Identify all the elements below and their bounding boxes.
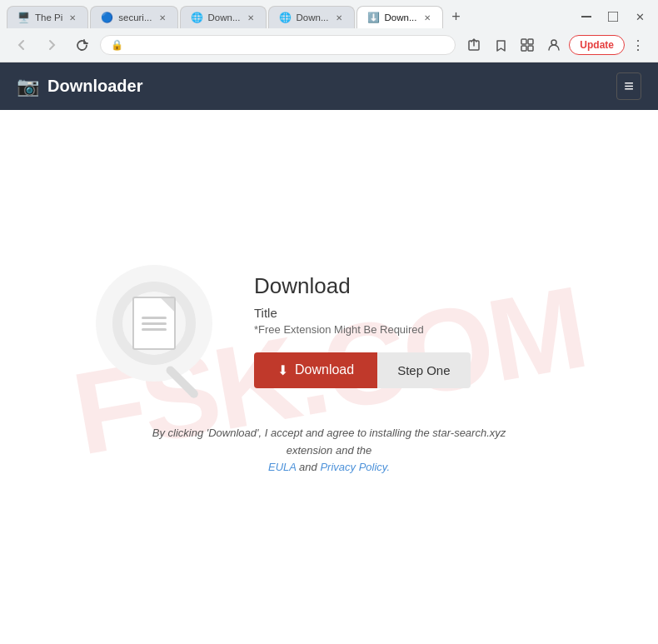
tab-2-label: securi... (118, 12, 152, 22)
magnifier-circle (112, 282, 196, 365)
content-card: Download Title *Free Extension Might Be … (96, 265, 562, 477)
eula-link[interactable]: EULA (268, 461, 296, 473)
tab-4[interactable]: 🌐 Down... ✕ (268, 6, 355, 28)
legal-text: By clicking 'Download', I accept and agr… (129, 425, 529, 477)
tab-4-icon: 🌐 (279, 12, 292, 23)
svg-rect-5 (528, 46, 533, 51)
download-subtitle: Title (254, 306, 562, 320)
download-note: *Free Extension Might Be Required (254, 323, 562, 336)
tab-1-icon: 🖥️ (17, 12, 30, 23)
tab-3-icon: 🌐 (191, 12, 203, 23)
file-lines (142, 317, 167, 331)
svg-rect-1 (608, 12, 618, 22)
download-button-icon: ⬇ (277, 362, 288, 378)
tab-4-close[interactable]: ✕ (334, 12, 344, 23)
back-button[interactable] (10, 33, 33, 57)
svg-rect-3 (528, 39, 533, 44)
magnifier-bg (96, 265, 212, 382)
file-icon (132, 297, 176, 350)
legal-text-before: By clicking 'Download', I accept and agr… (152, 427, 506, 457)
app-navbar: 📷 Downloader ≡ (0, 62, 658, 110)
window-controls: ✕ (575, 7, 651, 27)
tab-5-icon: ⬇️ (367, 12, 380, 23)
tab-1-close[interactable]: ✕ (67, 12, 77, 23)
tab-5[interactable]: ⬇️ Down... ✕ (356, 6, 443, 28)
tab-2-icon: 🔵 (101, 12, 113, 23)
lock-icon: 🔒 (111, 39, 123, 51)
extensions-button[interactable] (516, 33, 539, 57)
button-row: ⬇ Download Step One (254, 352, 562, 388)
app-brand: 📷 Downloader (17, 76, 142, 97)
magnifier-handle (164, 364, 199, 399)
svg-rect-0 (581, 16, 591, 17)
forward-button[interactable] (40, 33, 63, 57)
step-one-button[interactable]: Step One (377, 352, 470, 388)
address-bar[interactable]: 🔒 (100, 35, 456, 55)
magnifier-illustration (96, 265, 229, 398)
hamburger-menu[interactable]: ≡ (616, 72, 641, 100)
file-line-3 (142, 328, 167, 331)
tab-5-label: Down... (385, 12, 417, 22)
title-bar: 🖥️ The Pi ✕ 🔵 securi... ✕ 🌐 Down... ✕ 🌐 … (0, 0, 658, 28)
new-tab-button[interactable]: + (445, 5, 468, 28)
brand-name: Downloader (47, 77, 142, 96)
tab-bar: 🖥️ The Pi ✕ 🔵 securi... ✕ 🌐 Down... ✕ 🌐 … (7, 5, 565, 28)
card-inner: Download Title *Free Extension Might Be … (96, 265, 562, 398)
download-title: Download (254, 273, 562, 299)
tab-2[interactable]: 🔵 securi... ✕ (90, 6, 177, 28)
svg-rect-2 (521, 39, 526, 44)
refresh-button[interactable] (70, 33, 93, 57)
tab-2-close[interactable]: ✕ (157, 12, 167, 23)
tab-4-label: Down... (297, 12, 329, 22)
file-line-2 (142, 322, 167, 325)
download-button[interactable]: ⬇ Download (254, 352, 377, 388)
nav-bar: 🔒 Update ⋮ (0, 28, 658, 62)
share-button[interactable] (462, 33, 486, 57)
privacy-link[interactable]: Privacy Policy. (320, 461, 390, 473)
svg-point-6 (551, 40, 556, 45)
tab-3[interactable]: 🌐 Down... ✕ (180, 6, 267, 28)
update-button[interactable]: Update (569, 35, 625, 55)
and-text: and (299, 461, 317, 473)
main-area: FSK.COM (0, 110, 658, 632)
minimize-button[interactable] (575, 7, 598, 27)
tab-3-close[interactable]: ✕ (246, 12, 256, 23)
brand-icon: 📷 (17, 76, 39, 97)
file-corner (161, 298, 174, 312)
close-button[interactable]: ✕ (628, 7, 651, 27)
download-button-label: Download (295, 362, 354, 377)
nav-actions: Update ⋮ (462, 33, 648, 57)
profile-button[interactable] (542, 33, 566, 57)
tab-1[interactable]: 🖥️ The Pi ✕ (7, 6, 88, 28)
tab-3-label: Down... (208, 12, 241, 22)
menu-button[interactable]: ⋮ (628, 34, 648, 57)
maximize-button[interactable] (601, 7, 625, 27)
browser-chrome: 🖥️ The Pi ✕ 🔵 securi... ✕ 🌐 Down... ✕ 🌐 … (0, 0, 658, 62)
svg-rect-4 (521, 46, 526, 51)
bookmark-button[interactable] (489, 33, 512, 57)
tab-5-close[interactable]: ✕ (422, 12, 432, 23)
info-section: Download Title *Free Extension Might Be … (254, 265, 562, 388)
file-line-1 (142, 317, 167, 319)
tab-1-label: The Pi (35, 12, 62, 22)
page-content: 📷 Downloader ≡ FSK.COM (0, 62, 658, 632)
